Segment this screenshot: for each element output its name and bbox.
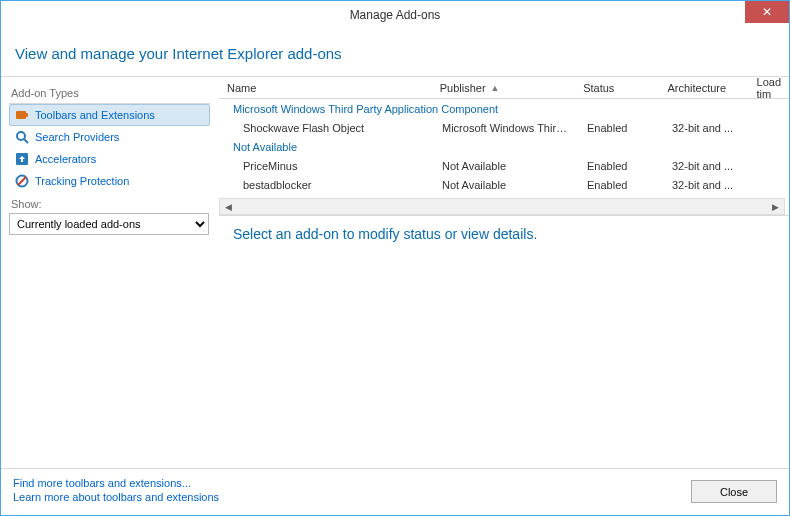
cell-name: Shockwave Flash Object (219, 122, 434, 134)
sidebar-item-label: Tracking Protection (35, 175, 129, 187)
scroll-left-icon[interactable]: ◀ (220, 199, 237, 214)
column-header-architecture[interactable]: Architecture (659, 79, 748, 97)
cell-name: bestadblocker (219, 179, 434, 191)
sidebar-item-search-providers[interactable]: Search Providers (9, 126, 210, 148)
sidebar-item-tracking-protection[interactable]: Tracking Protection (9, 170, 210, 192)
header: View and manage your Internet Explorer a… (1, 29, 789, 77)
group-row[interactable]: Microsoft Windows Third Party Applicatio… (219, 99, 789, 118)
table-row[interactable]: bestadblocker Not Available Enabled 32-b… (219, 175, 789, 194)
sidebar-item-toolbars[interactable]: Toolbars and Extensions (9, 104, 210, 126)
group-row[interactable]: Not Available (219, 137, 789, 156)
svg-line-3 (24, 139, 28, 143)
column-header-name[interactable]: Name (219, 79, 432, 97)
window-close-button[interactable]: ✕ (745, 1, 789, 23)
manage-addons-window: Manage Add-ons ✕ View and manage your In… (0, 0, 790, 516)
show-select[interactable]: Currently loaded add-ons (9, 213, 209, 235)
svg-rect-0 (16, 111, 26, 119)
footer: Find more toolbars and extensions... Lea… (1, 468, 789, 515)
cell-status: Enabled (579, 122, 664, 134)
sidebar-heading: Add-on Types (9, 85, 210, 103)
column-header-publisher[interactable]: Publisher▲ (432, 79, 576, 97)
column-header-load-time[interactable]: Load tim (749, 73, 789, 103)
scroll-right-icon[interactable]: ▶ (767, 199, 784, 214)
sort-asc-icon: ▲ (491, 83, 500, 93)
cell-architecture: 32-bit and ... (664, 179, 754, 191)
cell-name: PriceMinus (219, 160, 434, 172)
scroll-track[interactable] (237, 199, 767, 214)
grid-header: Name Publisher▲ Status Architecture Load… (219, 77, 789, 99)
sidebar-item-label: Toolbars and Extensions (35, 109, 155, 121)
sidebar-item-label: Accelerators (35, 153, 96, 165)
header-title: View and manage your Internet Explorer a… (15, 45, 775, 62)
sidebar: Add-on Types Toolbars and Extensions Sea… (1, 77, 219, 468)
puzzle-icon (15, 108, 29, 122)
cell-publisher: Not Available (434, 160, 579, 172)
body: Add-on Types Toolbars and Extensions Sea… (1, 77, 789, 468)
accelerator-icon (15, 152, 29, 166)
search-icon (15, 130, 29, 144)
table-row[interactable]: Shockwave Flash Object Microsoft Windows… (219, 118, 789, 137)
cell-status: Enabled (579, 160, 664, 172)
detail-pane: Select an add-on to modify status or vie… (219, 215, 789, 468)
addons-grid: Name Publisher▲ Status Architecture Load… (219, 77, 789, 215)
svg-point-2 (17, 132, 25, 140)
cell-publisher: Not Available (434, 179, 579, 191)
show-label: Show: (9, 192, 210, 213)
table-row[interactable]: PriceMinus Not Available Enabled 32-bit … (219, 156, 789, 175)
svg-rect-1 (25, 113, 28, 117)
svg-line-6 (18, 177, 26, 185)
footer-links: Find more toolbars and extensions... Lea… (13, 477, 219, 503)
window-title: Manage Add-ons (350, 8, 441, 22)
sidebar-item-label: Search Providers (35, 131, 119, 143)
cell-architecture: 32-bit and ... (664, 122, 754, 134)
cell-architecture: 32-bit and ... (664, 160, 754, 172)
learn-more-link[interactable]: Learn more about toolbars and extensions (13, 491, 219, 503)
close-icon: ✕ (762, 5, 772, 19)
cell-status: Enabled (579, 179, 664, 191)
find-more-link[interactable]: Find more toolbars and extensions... (13, 477, 219, 489)
main: Name Publisher▲ Status Architecture Load… (219, 77, 789, 468)
cell-publisher: Microsoft Windows Third... (434, 122, 579, 134)
detail-message: Select an add-on to modify status or vie… (233, 226, 775, 242)
sidebar-item-accelerators[interactable]: Accelerators (9, 148, 210, 170)
horizontal-scrollbar[interactable]: ◀ ▶ (219, 198, 785, 215)
column-header-status[interactable]: Status (575, 79, 659, 97)
sidebar-list: Toolbars and Extensions Search Providers… (9, 103, 210, 192)
block-icon (15, 174, 29, 188)
titlebar[interactable]: Manage Add-ons ✕ (1, 1, 789, 29)
close-button[interactable]: Close (691, 480, 777, 503)
